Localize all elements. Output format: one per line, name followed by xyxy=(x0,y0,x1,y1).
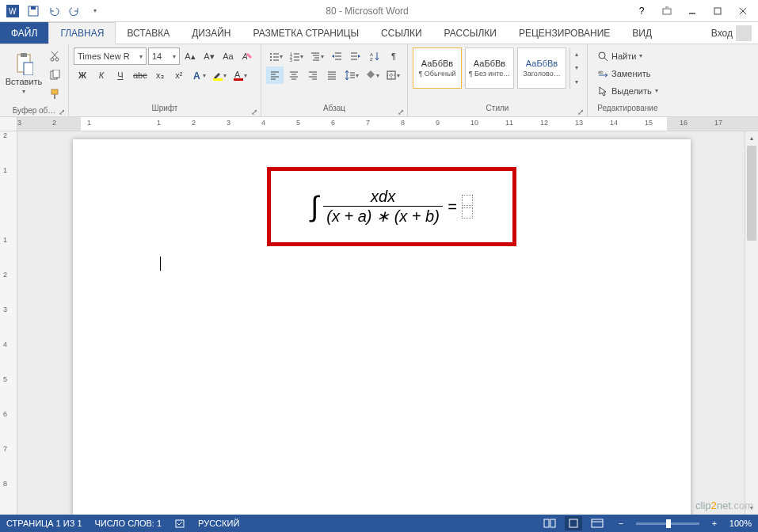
tab-review[interactable]: РЕЦЕНЗИРОВАНИЕ xyxy=(508,22,621,44)
scroll-up-icon[interactable]: ▴ xyxy=(745,131,758,145)
sort-icon[interactable]: AZ xyxy=(366,48,383,65)
svg-rect-77 xyxy=(569,519,577,527)
strike-button[interactable]: abc xyxy=(131,66,150,84)
borders-icon[interactable]: ▾ xyxy=(383,66,402,84)
equals-sign: = xyxy=(448,198,457,216)
line-spacing-icon[interactable]: ▾ xyxy=(342,66,361,84)
multilevel-icon[interactable]: ▾ xyxy=(307,48,326,65)
tab-references[interactable]: ССЫЛКИ xyxy=(370,22,432,44)
ribbon: Вставить ▾ Буфер об…⤢ Times New R▾ 14▾ A… xyxy=(0,44,758,117)
change-case-icon[interactable]: Aa xyxy=(219,48,237,65)
gallery-more-icon[interactable]: ▾ xyxy=(570,75,582,89)
replace-button[interactable]: abЗаменить xyxy=(594,65,661,82)
cut-icon[interactable] xyxy=(46,48,63,65)
shrink-font-icon[interactable]: A▾ xyxy=(200,48,218,65)
document-area[interactable]: ∫ xdx (x + a) ∗ (x + b) = xyxy=(17,131,745,515)
zoom-out-icon[interactable]: − xyxy=(612,516,630,530)
tab-layout[interactable]: РАЗМЕТКА СТРАНИЦЫ xyxy=(242,22,371,44)
font-launcher-icon[interactable]: ⤢ xyxy=(249,107,259,116)
status-words[interactable]: ЧИСЛО СЛОВ: 1 xyxy=(95,519,162,528)
clipboard-launcher-icon[interactable]: ⤢ xyxy=(57,107,67,116)
increase-indent-icon[interactable] xyxy=(347,48,364,65)
undo-icon[interactable] xyxy=(44,2,63,20)
paste-button[interactable]: Вставить ▾ xyxy=(5,48,43,100)
clipboard-group-label: Буфер об… xyxy=(13,106,56,115)
tab-insert[interactable]: ВСТАВКА xyxy=(116,22,181,44)
zoom-level[interactable]: 100% xyxy=(729,519,752,528)
save-icon[interactable] xyxy=(24,2,43,20)
redo-icon[interactable] xyxy=(65,2,84,20)
ribbon-tabs: ФАЙЛ ГЛАВНАЯ ВСТАВКА ДИЗАЙН РАЗМЕТКА СТР… xyxy=(0,22,758,44)
tab-mailings[interactable]: РАССЫЛКИ xyxy=(433,22,508,44)
scroll-thumb[interactable] xyxy=(747,146,756,241)
minimize-icon[interactable] xyxy=(680,2,704,20)
show-marks-icon[interactable]: ¶ xyxy=(385,48,402,65)
underline-button[interactable]: Ч xyxy=(112,66,129,84)
fraction-numerator[interactable]: xdx xyxy=(368,188,398,206)
zoom-in-icon[interactable]: + xyxy=(706,516,723,530)
vertical-ruler[interactable]: 2112345678 xyxy=(0,131,17,515)
style-no-spacing[interactable]: АаБбВв¶ Без инте… xyxy=(465,48,514,89)
help-icon[interactable]: ? xyxy=(630,2,653,20)
signin-link[interactable]: Вход xyxy=(711,28,733,39)
gallery-down-icon[interactable]: ▾ xyxy=(570,61,582,74)
zoom-slider[interactable] xyxy=(636,522,699,525)
bullets-icon[interactable]: ▾ xyxy=(266,48,285,65)
paragraph-launcher-icon[interactable]: ⤢ xyxy=(396,107,406,116)
decrease-indent-icon[interactable] xyxy=(328,48,345,65)
user-avatar-icon[interactable] xyxy=(736,25,752,41)
status-language[interactable]: РУССКИЙ xyxy=(198,519,239,528)
status-page[interactable]: СТРАНИЦА 1 ИЗ 1 xyxy=(6,519,82,528)
svg-rect-76 xyxy=(550,519,555,527)
format-painter-icon[interactable] xyxy=(46,86,63,103)
placeholder-fraction[interactable] xyxy=(462,195,473,218)
copy-icon[interactable] xyxy=(46,66,63,84)
style-heading1[interactable]: АаБбВвЗаголово… xyxy=(517,48,566,89)
italic-button[interactable]: К xyxy=(93,66,110,84)
align-right-icon[interactable] xyxy=(304,66,322,84)
placeholder-numerator[interactable] xyxy=(462,195,473,206)
page[interactable]: ∫ xdx (x + a) ∗ (x + b) = xyxy=(73,139,691,515)
highlight-icon[interactable]: ▾ xyxy=(210,66,229,84)
close-icon[interactable] xyxy=(731,2,755,20)
clear-format-icon[interactable]: A xyxy=(238,48,256,65)
fraction-denominator[interactable]: (x + a) ∗ (x + b) xyxy=(323,206,443,226)
placeholder-denominator[interactable] xyxy=(462,207,473,218)
tab-file[interactable]: ФАЙЛ xyxy=(0,22,48,44)
align-center-icon[interactable] xyxy=(285,66,303,84)
shading-icon[interactable]: ▾ xyxy=(363,66,382,84)
ribbon-options-icon[interactable] xyxy=(655,2,679,20)
vertical-scrollbar[interactable]: ▴ ▾ xyxy=(745,131,758,515)
justify-icon[interactable] xyxy=(323,66,341,84)
align-left-icon[interactable] xyxy=(266,66,284,84)
view-web-icon[interactable] xyxy=(588,516,606,530)
view-read-icon[interactable] xyxy=(541,516,558,530)
numbering-icon[interactable]: 123▾ xyxy=(287,48,306,65)
horizontal-ruler[interactable]: 3211234567891011121314151617 xyxy=(0,117,758,131)
styles-launcher-icon[interactable]: ⤢ xyxy=(576,107,585,116)
tab-view[interactable]: ВИД xyxy=(621,22,663,44)
maximize-icon[interactable] xyxy=(706,2,729,20)
equation[interactable]: ∫ xdx (x + a) ∗ (x + b) = xyxy=(310,188,472,226)
font-name-combo[interactable]: Times New R▾ xyxy=(74,48,147,65)
subscript-button[interactable]: x₂ xyxy=(151,66,169,84)
grow-font-icon[interactable]: A▴ xyxy=(181,48,199,65)
tab-home[interactable]: ГЛАВНАЯ xyxy=(48,22,116,44)
superscript-button[interactable]: x² xyxy=(170,66,188,84)
style-normal[interactable]: АаБбВв¶ Обычный xyxy=(413,48,462,89)
text-effects-icon[interactable]: A▾ xyxy=(189,66,208,84)
find-button[interactable]: Найти▾ xyxy=(594,48,661,64)
bold-button[interactable]: Ж xyxy=(74,66,91,84)
svg-point-12 xyxy=(51,58,54,61)
qat-customize-icon[interactable]: ▾ xyxy=(86,2,105,20)
svg-line-72 xyxy=(604,58,608,61)
svg-rect-24 xyxy=(234,78,243,81)
tab-design[interactable]: ДИЗАЙН xyxy=(181,22,242,44)
word-app-icon[interactable]: W xyxy=(3,2,22,20)
font-size-combo[interactable]: 14▾ xyxy=(148,48,180,65)
status-proofing-icon[interactable] xyxy=(174,518,185,529)
gallery-up-icon[interactable]: ▴ xyxy=(570,48,582,61)
select-button[interactable]: Выделить▾ xyxy=(594,82,661,99)
view-print-icon[interactable] xyxy=(565,516,582,530)
font-color-icon[interactable]: A▾ xyxy=(230,66,249,84)
